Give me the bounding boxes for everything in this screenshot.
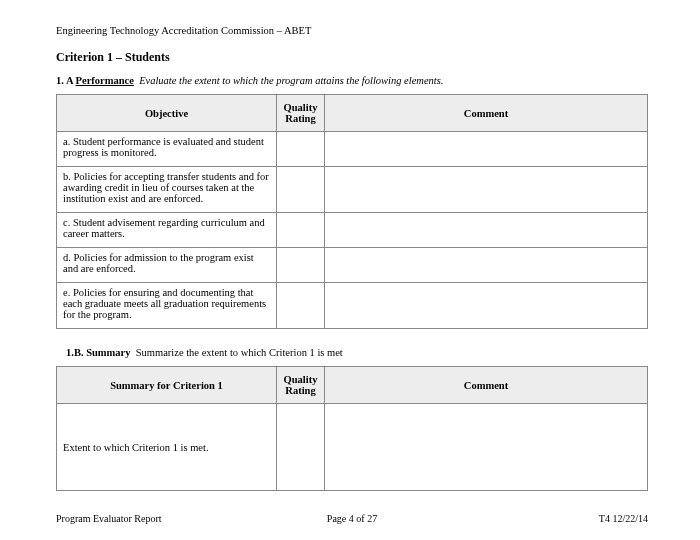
cell-objective: e. Policies for ensuring and documenting…: [57, 283, 277, 329]
cell-quality[interactable]: [277, 132, 325, 167]
th-comment: Comment: [325, 95, 648, 132]
cell-summary-text: Extent to which Criterion 1 is met.: [57, 404, 277, 491]
table-row: d. Policies for admission to the program…: [57, 248, 648, 283]
table-header-row: Summary for Criterion 1 Quality Rating C…: [57, 367, 648, 404]
page: Engineering Technology Accreditation Com…: [0, 0, 700, 540]
section-a-label: 1. A: [56, 75, 73, 86]
cell-comment[interactable]: [325, 283, 648, 329]
section-b-prompt: Summarize the extent to which Criterion …: [136, 347, 343, 358]
table-row: c. Student advisement regarding curricul…: [57, 213, 648, 248]
table-row: b. Policies for accepting transfer stude…: [57, 167, 648, 213]
org-header: Engineering Technology Accreditation Com…: [56, 25, 648, 36]
summary-table: Summary for Criterion 1 Quality Rating C…: [56, 366, 648, 491]
table-row: a. Student performance is evaluated and …: [57, 132, 648, 167]
th-objective: Objective: [57, 95, 277, 132]
section-b-head: 1.B. Summary Summarize the extent to whi…: [66, 347, 648, 358]
cell-comment[interactable]: [325, 248, 648, 283]
section-b-name: Summary: [86, 347, 130, 358]
section-a-head: 1. A Performance Evaluate the extent to …: [56, 75, 648, 86]
section-a-prompt: Evaluate the extent to which the program…: [139, 75, 443, 86]
section-b-label: 1.B.: [66, 347, 84, 358]
cell-comment[interactable]: [325, 213, 648, 248]
cell-objective: d. Policies for admission to the program…: [57, 248, 277, 283]
th-summary: Summary for Criterion 1: [57, 367, 277, 404]
cell-objective: a. Student performance is evaluated and …: [57, 132, 277, 167]
section-a-name: Performance: [76, 75, 134, 86]
cell-comment[interactable]: [325, 167, 648, 213]
cell-quality[interactable]: [277, 283, 325, 329]
page-footer: Program Evaluator Report Page 4 of 27 T4…: [56, 513, 648, 524]
cell-quality[interactable]: [277, 404, 325, 491]
cell-quality[interactable]: [277, 167, 325, 213]
th-quality: Quality Rating: [277, 367, 325, 404]
table-row: Extent to which Criterion 1 is met.: [57, 404, 648, 491]
cell-quality[interactable]: [277, 248, 325, 283]
th-comment: Comment: [325, 367, 648, 404]
cell-quality[interactable]: [277, 213, 325, 248]
performance-table: Objective Quality Rating Comment a. Stud…: [56, 94, 648, 329]
cell-comment[interactable]: [325, 404, 648, 491]
cell-objective: c. Student advisement regarding curricul…: [57, 213, 277, 248]
th-quality: Quality Rating: [277, 95, 325, 132]
cell-comment[interactable]: [325, 132, 648, 167]
footer-center: Page 4 of 27: [56, 513, 648, 524]
criterion-title: Criterion 1 – Students: [56, 50, 648, 65]
table-row: e. Policies for ensuring and documenting…: [57, 283, 648, 329]
cell-objective: b. Policies for accepting transfer stude…: [57, 167, 277, 213]
table-header-row: Objective Quality Rating Comment: [57, 95, 648, 132]
